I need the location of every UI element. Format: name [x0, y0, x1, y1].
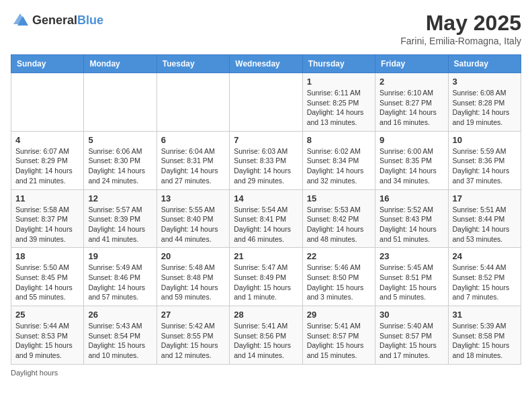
calendar-table: SundayMondayTuesdayWednesdayThursdayFrid…: [11, 54, 521, 365]
calendar-cell: 22Sunrise: 5:46 AM Sunset: 8:50 PM Dayli…: [302, 248, 375, 306]
day-info: Sunrise: 5:39 AM Sunset: 8:58 PM Dayligh…: [453, 321, 517, 361]
weekday-header: Thursday: [302, 55, 375, 73]
logo-blue: Blue: [77, 13, 103, 27]
day-number: 14: [234, 193, 298, 203]
day-number: 28: [234, 310, 298, 320]
day-number: 10: [453, 135, 517, 145]
day-number: 19: [88, 251, 152, 261]
calendar-cell: 7Sunrise: 6:03 AM Sunset: 8:33 PM Daylig…: [230, 131, 302, 189]
day-number: 6: [161, 135, 225, 145]
logo-icon: [11, 11, 30, 30]
calendar-cell: 21Sunrise: 5:47 AM Sunset: 8:49 PM Dayli…: [230, 248, 302, 306]
day-number: 30: [380, 310, 443, 320]
page-header: GeneralBlue May 2025 Farini, Emilia-Roma…: [11, 11, 521, 46]
day-number: 4: [15, 135, 79, 145]
calendar-cell: 11Sunrise: 5:58 AM Sunset: 8:37 PM Dayli…: [11, 189, 84, 248]
day-number: 23: [380, 251, 443, 261]
day-number: 24: [453, 251, 517, 261]
day-info: Sunrise: 5:42 AM Sunset: 8:55 PM Dayligh…: [161, 321, 225, 361]
location-title: Farini, Emilia-Romagna, Italy: [400, 36, 521, 46]
day-number: 27: [161, 310, 225, 320]
weekday-header: Saturday: [448, 55, 521, 73]
day-number: 1: [307, 77, 371, 87]
day-info: Sunrise: 6:03 AM Sunset: 8:33 PM Dayligh…: [234, 146, 298, 186]
day-number: 5: [88, 135, 152, 145]
calendar-week-row: 18Sunrise: 5:50 AM Sunset: 8:45 PM Dayli…: [11, 248, 521, 306]
calendar-cell: 6Sunrise: 6:04 AM Sunset: 8:31 PM Daylig…: [157, 131, 229, 189]
day-info: Sunrise: 6:02 AM Sunset: 8:34 PM Dayligh…: [307, 146, 371, 186]
calendar-cell: 19Sunrise: 5:49 AM Sunset: 8:46 PM Dayli…: [84, 248, 157, 306]
calendar-cell: 14Sunrise: 5:54 AM Sunset: 8:41 PM Dayli…: [230, 189, 302, 248]
day-number: 21: [234, 251, 298, 261]
day-info: Sunrise: 6:04 AM Sunset: 8:31 PM Dayligh…: [161, 146, 225, 186]
day-info: Sunrise: 6:06 AM Sunset: 8:30 PM Dayligh…: [88, 146, 152, 186]
calendar-cell: 4Sunrise: 6:07 AM Sunset: 8:29 PM Daylig…: [11, 131, 84, 189]
day-number: 20: [161, 251, 225, 261]
calendar-cell: 17Sunrise: 5:51 AM Sunset: 8:44 PM Dayli…: [448, 189, 521, 248]
calendar-cell: [11, 73, 84, 132]
calendar-week-row: 11Sunrise: 5:58 AM Sunset: 8:37 PM Dayli…: [11, 189, 521, 248]
calendar-cell: 30Sunrise: 5:40 AM Sunset: 8:57 PM Dayli…: [375, 306, 448, 365]
day-info: Sunrise: 5:47 AM Sunset: 8:49 PM Dayligh…: [234, 263, 298, 302]
day-number: 11: [15, 193, 79, 203]
day-info: Sunrise: 5:46 AM Sunset: 8:50 PM Dayligh…: [307, 263, 371, 302]
calendar-cell: 5Sunrise: 6:06 AM Sunset: 8:30 PM Daylig…: [84, 131, 157, 189]
day-number: 16: [380, 193, 443, 203]
day-info: Sunrise: 5:50 AM Sunset: 8:45 PM Dayligh…: [15, 263, 79, 302]
day-number: 25: [15, 310, 79, 320]
calendar-week-row: 25Sunrise: 5:44 AM Sunset: 8:53 PM Dayli…: [11, 306, 521, 365]
day-info: Sunrise: 5:41 AM Sunset: 8:56 PM Dayligh…: [234, 321, 298, 361]
month-title: May 2025: [400, 11, 521, 36]
day-number: 29: [307, 310, 371, 320]
calendar-cell: 18Sunrise: 5:50 AM Sunset: 8:45 PM Dayli…: [11, 248, 84, 306]
day-number: 7: [234, 135, 298, 145]
day-info: Sunrise: 6:08 AM Sunset: 8:28 PM Dayligh…: [453, 88, 517, 128]
weekday-header: Tuesday: [157, 55, 229, 73]
calendar-cell: [230, 73, 302, 132]
calendar-cell: 12Sunrise: 5:57 AM Sunset: 8:39 PM Dayli…: [84, 189, 157, 248]
calendar-cell: 29Sunrise: 5:41 AM Sunset: 8:57 PM Dayli…: [302, 306, 375, 365]
calendar-cell: 25Sunrise: 5:44 AM Sunset: 8:53 PM Dayli…: [11, 306, 84, 365]
calendar-week-row: 4Sunrise: 6:07 AM Sunset: 8:29 PM Daylig…: [11, 131, 521, 189]
calendar-cell: 28Sunrise: 5:41 AM Sunset: 8:56 PM Dayli…: [230, 306, 302, 365]
day-info: Sunrise: 5:53 AM Sunset: 8:42 PM Dayligh…: [307, 205, 371, 244]
logo: GeneralBlue: [11, 11, 103, 30]
day-info: Sunrise: 5:54 AM Sunset: 8:41 PM Dayligh…: [234, 205, 298, 244]
day-info: Sunrise: 5:44 AM Sunset: 8:52 PM Dayligh…: [453, 263, 517, 302]
day-info: Sunrise: 5:45 AM Sunset: 8:51 PM Dayligh…: [380, 263, 443, 302]
calendar-header: SundayMondayTuesdayWednesdayThursdayFrid…: [11, 55, 521, 73]
calendar-cell: 20Sunrise: 5:48 AM Sunset: 8:48 PM Dayli…: [157, 248, 229, 306]
day-info: Sunrise: 5:40 AM Sunset: 8:57 PM Dayligh…: [380, 321, 443, 361]
day-info: Sunrise: 5:41 AM Sunset: 8:57 PM Dayligh…: [307, 321, 371, 361]
day-number: 2: [380, 77, 443, 87]
calendar-cell: 13Sunrise: 5:55 AM Sunset: 8:40 PM Dayli…: [157, 189, 229, 248]
day-number: 9: [380, 135, 443, 145]
day-info: Sunrise: 6:00 AM Sunset: 8:35 PM Dayligh…: [380, 146, 443, 186]
calendar-cell: 23Sunrise: 5:45 AM Sunset: 8:51 PM Dayli…: [375, 248, 448, 306]
day-info: Sunrise: 5:51 AM Sunset: 8:44 PM Dayligh…: [453, 205, 517, 244]
day-number: 8: [307, 135, 371, 145]
day-number: 17: [453, 193, 517, 203]
logo-general: General: [32, 13, 77, 27]
weekday-header: Sunday: [11, 55, 84, 73]
calendar-cell: 10Sunrise: 5:59 AM Sunset: 8:36 PM Dayli…: [448, 131, 521, 189]
day-info: Sunrise: 5:57 AM Sunset: 8:39 PM Dayligh…: [88, 205, 152, 244]
day-number: 26: [88, 310, 152, 320]
calendar-cell: 9Sunrise: 6:00 AM Sunset: 8:35 PM Daylig…: [375, 131, 448, 189]
title-block: May 2025 Farini, Emilia-Romagna, Italy: [400, 11, 521, 46]
day-info: Sunrise: 5:58 AM Sunset: 8:37 PM Dayligh…: [15, 205, 79, 244]
day-number: 31: [453, 310, 517, 320]
day-info: Sunrise: 6:11 AM Sunset: 8:25 PM Dayligh…: [307, 88, 371, 128]
day-number: 18: [15, 251, 79, 261]
weekday-row: SundayMondayTuesdayWednesdayThursdayFrid…: [11, 55, 521, 73]
calendar-cell: 31Sunrise: 5:39 AM Sunset: 8:58 PM Dayli…: [448, 306, 521, 365]
calendar-cell: [84, 73, 157, 132]
day-number: 12: [88, 193, 152, 203]
day-info: Sunrise: 6:10 AM Sunset: 8:27 PM Dayligh…: [380, 88, 443, 128]
day-info: Sunrise: 5:43 AM Sunset: 8:54 PM Dayligh…: [88, 321, 152, 361]
calendar-cell: 8Sunrise: 6:02 AM Sunset: 8:34 PM Daylig…: [302, 131, 375, 189]
footer-note: Daylight hours: [11, 369, 521, 377]
day-info: Sunrise: 5:52 AM Sunset: 8:43 PM Dayligh…: [380, 205, 443, 244]
calendar-cell: 16Sunrise: 5:52 AM Sunset: 8:43 PM Dayli…: [375, 189, 448, 248]
day-number: 15: [307, 193, 371, 203]
